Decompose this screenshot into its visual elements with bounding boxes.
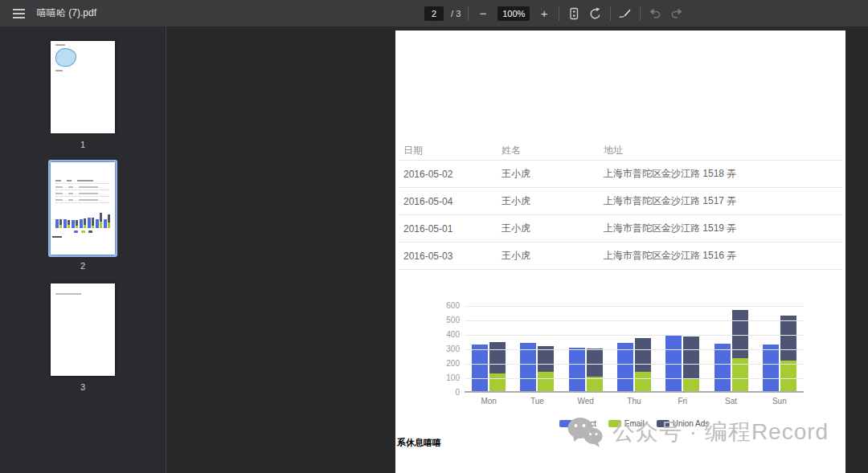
bar-segment [665, 335, 682, 391]
thumbnail-page-number: 2 [80, 261, 85, 271]
zoom-in-button[interactable]: + [537, 4, 551, 23]
bar-segment [63, 219, 67, 228]
table-cell: 上海市普陀区金沙江路 1518 弄 [604, 167, 842, 181]
gridline [465, 364, 804, 365]
table-cell: 上海市普陀区金沙江路 1516 弄 [604, 249, 842, 263]
thumbnail-page-number: 1 [80, 140, 85, 149]
rotate-icon[interactable] [588, 4, 603, 23]
bar-group [87, 210, 95, 228]
toolbar-divider [559, 6, 559, 21]
y-axis-tick-label: 600 [423, 301, 460, 310]
annotate-icon[interactable] [618, 4, 633, 23]
mini-legend-swatch [88, 230, 92, 233]
pdf-viewport: 日期姓名地址 2016-05-02王小虎上海市普陀区金沙江路 1518 弄201… [167, 27, 868, 473]
page-count-label: / 3 [451, 9, 461, 18]
y-axis-tick-label: 0 [423, 388, 460, 397]
table-row: 2016-05-01王小虎上海市普陀区金沙江路 1519 弄 [399, 215, 842, 243]
mini-chart-preview [55, 210, 111, 228]
bar-segment [84, 218, 87, 225]
bar-segment [92, 218, 95, 226]
bar-segment [100, 222, 103, 228]
bar-segment [72, 220, 75, 228]
bar-segment [80, 219, 83, 228]
pdf-toolbar: 嘻嘻哈 (7).pdf / 3 − 100% + [0, 0, 868, 27]
y-axis-tick-label: 400 [423, 330, 460, 339]
bar-group [79, 210, 87, 228]
toolbar-controls: / 3 − 100% + [424, 0, 684, 27]
table-header-row: 日期姓名地址 [399, 141, 842, 161]
table-cell: 2016-05-02 [399, 169, 502, 180]
page-number-input[interactable] [424, 6, 444, 21]
thumbnail-page-2[interactable]: 2 [0, 160, 166, 281]
bar-segment [780, 361, 796, 391]
map-blob [55, 48, 76, 67]
bar-segment [104, 219, 107, 228]
bar-segment [59, 225, 63, 228]
bar-segment [92, 226, 95, 228]
table-cell: 王小虎 [502, 194, 604, 208]
bar-group [55, 210, 63, 228]
zoom-out-button[interactable]: − [476, 4, 490, 23]
table-cell: 王小虎 [502, 222, 604, 235]
thumbnail-page-3[interactable]: 3 [0, 281, 166, 402]
x-axis-tick-label: Tue [513, 397, 561, 406]
bar-segment [489, 342, 506, 374]
column-header: 日期 [399, 144, 502, 157]
mini-legend-swatch [74, 230, 78, 233]
menu-icon[interactable] [6, 4, 31, 23]
bar-segment [538, 372, 554, 391]
y-axis-tick-label: 500 [423, 316, 460, 324]
bar-segment [714, 344, 731, 391]
bar-segment [635, 372, 651, 391]
column-header: 地址 [604, 144, 842, 157]
y-axis-tick-label: 300 [423, 345, 460, 353]
bar-segment [635, 338, 651, 372]
thumbnail-page-1[interactable]: 1 [0, 39, 166, 160]
gridline [465, 378, 804, 379]
thumbnail-sidebar: 1 2 3 [0, 27, 166, 473]
fit-to-page-icon[interactable] [567, 4, 581, 23]
gridline [465, 335, 804, 336]
table-cell: 2016-05-04 [399, 196, 502, 207]
table-cell: 上海市普陀区金沙江路 1517 弄 [604, 194, 842, 208]
thumbnail-page-number: 3 [80, 382, 85, 392]
toolbar-divider [640, 6, 641, 21]
mini-table-preview [55, 177, 110, 203]
bar-group [95, 210, 103, 228]
chart-x-axis-labels: MonTueWedThuFriSatSun [465, 397, 804, 406]
toolbar-divider [468, 6, 469, 21]
watermark: 公众号 · 编程Record [566, 416, 829, 448]
bar-segment [55, 219, 59, 228]
bar-segment [108, 214, 111, 222]
bar-segment [88, 218, 91, 228]
gridline [465, 320, 804, 321]
column-header: 姓名 [502, 144, 604, 157]
y-axis-tick-label: 200 [423, 359, 460, 368]
bar-segment [59, 219, 63, 225]
bar-segment [100, 213, 103, 222]
page-footer-text: 系休息嘻嘻 [397, 437, 441, 449]
x-axis-tick-label: Mon [465, 397, 513, 406]
x-axis-tick-label: Sun [755, 397, 804, 406]
table-cell: 2016-05-01 [399, 223, 502, 234]
document-title: 嘻嘻哈 (7).pdf [37, 6, 96, 20]
bar-segment [68, 225, 71, 228]
bar-segment [732, 310, 748, 357]
undo-icon[interactable] [648, 4, 662, 23]
bar-segment [84, 225, 87, 228]
bar-segment [472, 345, 488, 391]
table-cell: 王小虎 [502, 249, 604, 263]
table-cell: 王小虎 [502, 167, 604, 181]
table-cell: 2016-05-03 [399, 251, 502, 262]
gridline [465, 306, 804, 307]
table-row: 2016-05-04王小虎上海市普陀区金沙江路 1517 弄 [399, 188, 842, 215]
bar-segment [732, 358, 748, 391]
bar-segment [108, 222, 111, 228]
pdf-page-2: 日期姓名地址 2016-05-02王小虎上海市普陀区金沙江路 1518 弄201… [395, 31, 845, 473]
thumbnail-page-2-preview [51, 162, 115, 255]
redo-icon[interactable] [669, 4, 684, 23]
mini-legend-preview [51, 230, 115, 233]
y-axis-tick-label: 100 [423, 373, 460, 382]
bar-group [71, 210, 79, 228]
bar-chart: 0100200300400500600 [465, 306, 804, 393]
